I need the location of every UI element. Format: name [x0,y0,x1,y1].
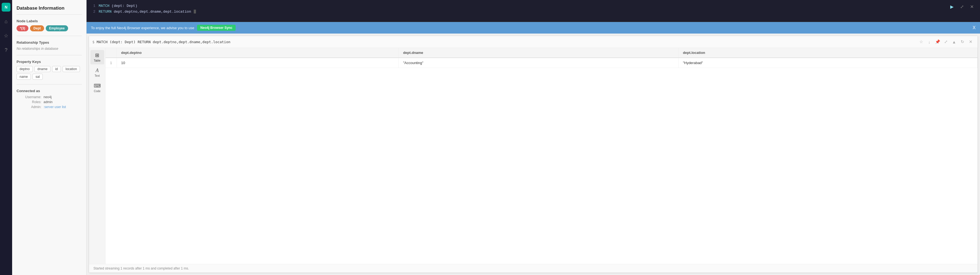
username-value: neo4j [43,95,82,99]
divider-2 [16,55,82,55]
notification-banner: To enjoy the full Neo4j Browser experien… [86,22,980,33]
cell-location: "Hyderabad" [678,58,977,68]
view-switcher: ⊞ Table A Text ⌨ Code [89,48,105,264]
prop-key-sal[interactable]: sal [32,74,43,80]
prop-key-id[interactable]: id [52,66,60,72]
svg-text:N: N [5,5,8,9]
icon-rail: N ⌂ ☆ ? [0,0,12,275]
node-labels-title: Node Labels [16,19,82,23]
play-button[interactable]: ▶ [948,3,956,11]
no-relationships-text: No relationships in database [16,47,82,51]
main-content: 1 MATCH (dept: Dept) 2 RETURN dept.deptn… [86,0,980,275]
cell-deptno: 10 [116,58,398,68]
view-table-button[interactable]: ⊞ Table [91,50,104,64]
expand-editor-button[interactable]: ⤢ [958,3,966,11]
prop-key-deptno[interactable]: deptno [16,66,33,72]
badge-employee[interactable]: Employee [46,25,68,32]
connected-as-section: Connected as Username: neo4j Roles: admi… [16,89,82,109]
property-keys-section: Property Keys deptno dname id location n… [16,60,82,80]
property-keys-title: Property Keys [16,60,82,64]
table-icon: ⊞ [95,52,99,58]
relationship-types-title: Relationship Types [16,40,82,44]
result-header: $ MATCH (dept: Dept) RETURN dept.deptno,… [89,36,977,48]
notification-close-button[interactable]: X [972,25,975,30]
username-label: Username: [16,95,41,99]
badge-all[interactable]: *(3) [16,25,29,32]
result-body: ⊞ Table A Text ⌨ Code [89,48,977,264]
collapse-result-button[interactable]: ▲ [950,38,958,45]
cursor [194,9,196,13]
code-icon: ⌨ [94,83,101,89]
line-num-2: 2 [91,9,95,15]
badge-dept[interactable]: Dept [30,25,44,32]
result-header-actions: ☆ ↓ 📌 ⤢ ▲ ↻ ✕ [918,38,974,45]
connected-as-title: Connected as [16,89,82,93]
status-bar: Started streaming 1 records after 1 ms a… [89,264,977,272]
query-text: MATCH (dept: Dept) RETURN dept.deptno,de… [97,40,915,44]
editor-actions: ▶ ⤢ ✕ [948,3,975,11]
code-line-1: 1 MATCH (dept: Dept) [91,3,975,9]
result-panel: $ MATCH (dept: Dept) RETURN dept.deptno,… [89,36,978,273]
keyword-match: MATCH [99,4,110,8]
connected-as-grid: Username: neo4j Roles: admin Admin: :ser… [16,95,82,109]
code-editor: 1 MATCH (dept: Dept) 2 RETURN dept.deptn… [86,0,980,22]
roles-label: Roles: [16,100,41,104]
relationship-types-section: Relationship Types No relationships in d… [16,40,82,51]
line-num-1: 1 [91,3,95,9]
view-code-button[interactable]: ⌨ Code [91,81,104,95]
sidebar: Database Information Node Labels *(3) De… [12,0,86,275]
download-result-button[interactable]: ↓ [926,38,933,45]
text-icon: A [95,68,99,73]
query-prompt: $ [92,40,94,44]
view-text-label: Text [94,74,100,77]
help-icon[interactable]: ? [2,46,11,54]
results-table: dept.deptno dept.dname dept.location 1 1… [105,48,977,68]
admin-label: Admin: [16,105,41,109]
expand-result-button[interactable]: ⤢ [942,38,950,45]
refresh-result-button[interactable]: ↻ [959,38,966,45]
code-content-2: RETURN dept.deptno,dept.dname,dept.locat… [99,9,196,15]
pin-result-button[interactable]: 📌 [934,38,941,45]
sidebar-title: Database Information [16,5,82,14]
table-area: dept.deptno dept.dname dept.location 1 1… [105,48,977,264]
table-row: 1 10 "Accounting" "Hyderabad" [105,58,977,68]
prop-key-location[interactable]: location [62,66,80,72]
table-col-deptno: dept.deptno [116,48,398,58]
table-col-dname: dept.dname [398,48,678,58]
code-text-1: (dept: Dept) [111,4,137,8]
neo4j-browser-sync-button[interactable]: Neo4j Browser Sync [197,25,235,31]
table-col-location: dept.location [678,48,977,58]
notification-text: To enjoy the full Neo4j Browser experien… [91,26,194,30]
view-text-button[interactable]: A Text [91,65,104,79]
close-editor-button[interactable]: ✕ [968,3,975,11]
row-index: 1 [105,58,116,68]
star-result-button[interactable]: ☆ [918,38,924,45]
roles-value: admin [43,100,82,104]
prop-key-dname[interactable]: dname [35,66,51,72]
keyword-return: RETURN [99,9,111,14]
node-labels-row: *(3) Dept Employee [16,25,82,32]
star-icon[interactable]: ☆ [2,32,11,40]
code-text-2: dept.deptno,dept.dname,dept.location [114,9,191,14]
prop-key-name[interactable]: name [16,74,31,80]
code-line-2: 2 RETURN dept.deptno,dept.dname,dept.loc… [91,9,975,15]
view-code-label: Code [94,90,100,93]
view-table-label: Table [94,59,100,62]
status-text: Started streaming 1 records after 1 ms a… [94,267,189,270]
cell-dname: "Accounting" [398,58,678,68]
code-content-1: MATCH (dept: Dept) [99,3,137,9]
app-logo: N [2,3,11,11]
admin-value[interactable]: :server user list [43,105,82,109]
table-header-row: dept.deptno dept.dname dept.location [105,48,977,58]
node-labels-section: Node Labels *(3) Dept Employee [16,19,82,32]
property-keys-row: deptno dname id location name sal [16,66,82,80]
table-col-index [105,48,116,58]
home-icon[interactable]: ⌂ [2,17,11,26]
close-result-button[interactable]: ✕ [967,38,974,45]
divider-1 [16,36,82,36]
